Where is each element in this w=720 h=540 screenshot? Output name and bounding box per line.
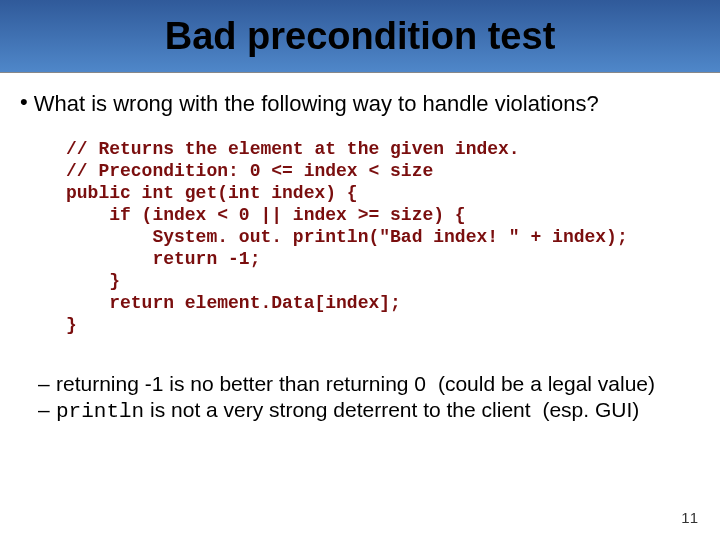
dash2-post: is not a very strong deterrent to the cl… <box>144 398 530 421</box>
slide-title: Bad precondition test <box>165 15 556 58</box>
page-number: 11 <box>681 509 698 526</box>
slide-body: • What is wrong with the following way t… <box>0 73 720 425</box>
dash-list: – returning -1 is no better than returni… <box>38 371 710 426</box>
bullet-dot: • <box>20 91 28 113</box>
bullet-item: • What is wrong with the following way t… <box>10 91 710 117</box>
code-block: // Returns the element at the given inde… <box>66 139 710 337</box>
slide-header: Bad precondition test <box>0 0 720 73</box>
dash-marker: – <box>38 397 56 423</box>
dash1-pre: returning -1 is no better than returning… <box>56 372 426 395</box>
dash-marker: – <box>38 371 56 397</box>
dash-item-1: – returning -1 is no better than returni… <box>38 371 710 397</box>
dash-item-2: – println is not a very strong deterrent… <box>38 397 710 425</box>
question-text: What is wrong with the following way to … <box>34 91 599 117</box>
dash1-post: (could be a legal value) <box>438 372 655 395</box>
dash2-code: println <box>56 400 144 423</box>
dash2-tail: (esp. GUI) <box>542 398 639 421</box>
